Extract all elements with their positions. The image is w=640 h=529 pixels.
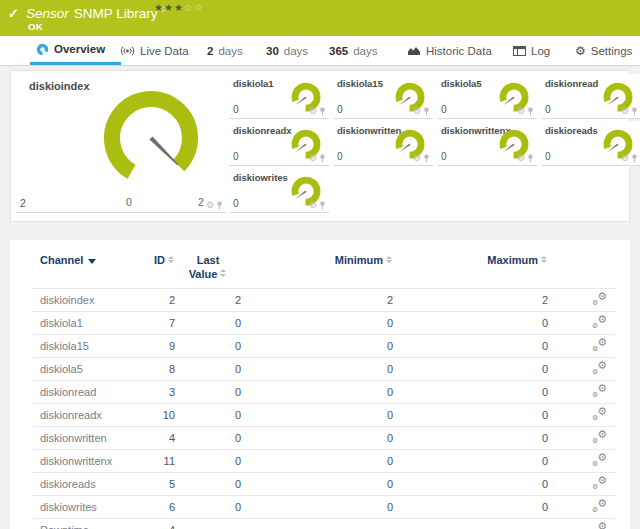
channel-settings-icon[interactable]: ⚙⚙ — [592, 361, 607, 374]
pin-icon[interactable] — [631, 107, 638, 116]
channel-last-value: 0 — [175, 478, 241, 490]
gauge-tile-diskiowrites[interactable]: diskiowrites 0 ⚙ — [229, 168, 329, 213]
tab-overview[interactable]: Overview — [30, 36, 121, 65]
channel-name[interactable]: diskiola15 — [33, 340, 145, 352]
gauge-tile-diskionreadx[interactable]: diskionreadx 0 ⚙ — [229, 121, 329, 166]
gauge-tile-diskioindex[interactable]: diskioindex 2 0 2 ⚙ — [16, 74, 226, 213]
channel-settings-icon[interactable]: ⚙ — [621, 154, 629, 163]
star-filled-icon[interactable]: ★ — [164, 2, 174, 13]
channel-settings-icon[interactable]: ⚙ — [621, 107, 629, 116]
channel-settings-icon[interactable]: ⚙⚙ — [592, 453, 607, 466]
star-empty-icon[interactable]: ☆ — [184, 2, 194, 13]
channel-name[interactable]: diskiola1 — [33, 317, 145, 329]
channel-settings-icon[interactable]: ⚙ — [309, 201, 317, 210]
sensor-title-row: ✓SensorSNMP Library⚐ — [8, 4, 169, 22]
tab-settings-label: Settings — [591, 45, 633, 57]
tab-30-days-number: 30 — [266, 45, 279, 57]
channel-settings-icon[interactable]: ⚙⚙ — [592, 315, 607, 328]
pin-icon[interactable] — [319, 107, 326, 116]
gauge-tile-diskionwrittenx[interactable]: diskionwrittenx 0 ⚙ — [437, 121, 537, 166]
channel-settings-icon[interactable]: ⚙ — [206, 201, 214, 210]
pin-icon[interactable] — [216, 201, 223, 210]
channel-maximum: 0 — [393, 386, 548, 398]
settings-gear-icon: ⚙ — [575, 45, 586, 57]
table-row-diskiola15: diskiola15 9 0 0 0 ⚙⚙ — [33, 334, 615, 357]
gauge-tile-diskionread[interactable]: diskionread 0 ⚙ — [541, 74, 640, 119]
channel-id: 8 — [145, 363, 175, 375]
star-filled-icon[interactable]: ★ — [154, 2, 164, 13]
tab-settings[interactable]: ⚙ Settings — [575, 36, 632, 65]
channel-minimum: 0 — [241, 363, 393, 375]
channel-id: 2 — [145, 294, 175, 306]
gauge-tile-diskionwritten[interactable]: diskionwritten 0 ⚙ — [333, 121, 433, 166]
channel-settings-icon[interactable]: ⚙ — [309, 107, 317, 116]
channel-minimum: 0 — [241, 386, 393, 398]
tab-historic-data[interactable]: Historic Data — [407, 36, 492, 65]
channel-settings-icon[interactable]: ⚙ — [413, 154, 421, 163]
gauge-scale-min: 0 — [126, 196, 132, 208]
tab-historic-data-label: Historic Data — [426, 45, 492, 57]
gauge-current-value: 0 — [233, 151, 239, 162]
pin-icon[interactable] — [319, 201, 326, 210]
channel-settings-icon[interactable]: ⚙ — [517, 107, 525, 116]
channel-name[interactable]: diskiola5 — [33, 363, 145, 375]
channel-settings-icon[interactable]: ⚙ — [413, 107, 421, 116]
channel-minimum: 0 — [241, 340, 393, 352]
channel-settings-icon[interactable]: ⚙⚙ — [592, 522, 607, 529]
table-row-diskiowrites: diskiowrites 6 0 0 0 ⚙⚙ — [33, 495, 615, 518]
channel-name[interactable]: diskionwrittenx — [33, 455, 145, 467]
gauge-tile-diskiola1[interactable]: diskiola1 0 ⚙ — [229, 74, 329, 119]
col-header-minimum[interactable]: Minimum — [241, 254, 393, 266]
channel-last-value: 0 — [175, 455, 241, 467]
channel-name[interactable]: Downtime — [33, 524, 145, 529]
channel-name[interactable]: diskiowrites — [33, 501, 145, 513]
tab-365-days[interactable]: 365 days — [329, 36, 377, 65]
channel-settings-icon[interactable]: ⚙ — [309, 154, 317, 163]
col-header-last-value[interactable]: LastValue — [175, 254, 241, 282]
pin-icon[interactable] — [527, 154, 534, 163]
gauge-tile-diskioreads[interactable]: diskioreads 0 ⚙ — [541, 121, 640, 166]
star-empty-icon[interactable]: ☆ — [194, 2, 204, 13]
channel-settings-icon[interactable]: ⚙⚙ — [592, 407, 607, 420]
channel-name[interactable]: diskioindex — [33, 294, 145, 306]
pin-icon[interactable] — [423, 107, 430, 116]
sensor-header: ✓SensorSNMP Library⚐ ★★★☆☆ OK — [0, 0, 640, 36]
status-badge: OK — [28, 21, 43, 32]
channel-settings-icon[interactable]: ⚙⚙ — [592, 499, 607, 512]
pin-icon[interactable] — [319, 154, 326, 163]
channel-minimum: 0 — [241, 501, 393, 513]
pin-icon[interactable] — [423, 154, 430, 163]
tab-2-days[interactable]: 2 days — [207, 36, 243, 65]
tab-log[interactable]: Log — [513, 36, 550, 65]
channel-settings-icon[interactable]: ⚙ — [517, 154, 525, 163]
pin-icon[interactable] — [631, 154, 638, 163]
tab-365-days-number: 365 — [329, 45, 348, 57]
col-header-maximum[interactable]: Maximum — [393, 254, 548, 266]
col-header-channel[interactable]: Channel — [33, 254, 145, 266]
channel-name[interactable]: diskionwritten — [33, 432, 145, 444]
gauge-label: diskiola5 — [441, 78, 482, 89]
table-row-diskioindex: diskioindex 2 2 2 2 ⚙⚙ — [33, 288, 615, 311]
channel-name[interactable]: diskionreadx — [33, 409, 145, 421]
channel-settings-icon[interactable]: ⚙⚙ — [592, 476, 607, 489]
gauge-label: diskiola15 — [337, 78, 383, 89]
gauge-scale-max: 2 — [198, 196, 204, 208]
channel-name[interactable]: diskioreads — [33, 478, 145, 490]
star-filled-icon[interactable]: ★ — [174, 2, 184, 13]
gauge-label: diskionread — [545, 78, 598, 89]
tab-live-data[interactable]: Live Data — [120, 36, 189, 65]
col-header-id[interactable]: ID — [145, 254, 175, 266]
channel-settings-icon[interactable]: ⚙⚙ — [592, 430, 607, 443]
pin-icon[interactable] — [527, 107, 534, 116]
channel-settings-icon[interactable]: ⚙⚙ — [592, 384, 607, 397]
channel-minimum: 0 — [241, 409, 393, 421]
tab-2-days-number: 2 — [207, 45, 213, 57]
tab-30-days[interactable]: 30 days — [266, 36, 308, 65]
gauge-tile-diskiola5[interactable]: diskiola5 0 ⚙ — [437, 74, 537, 119]
channel-settings-icon[interactable]: ⚙⚙ — [592, 338, 607, 351]
sensor-type-label: Sensor — [26, 6, 69, 21]
channel-name[interactable]: diskionread — [33, 386, 145, 398]
rating-stars[interactable]: ★★★☆☆ — [154, 2, 204, 13]
gauge-tile-diskiola15[interactable]: diskiola15 0 ⚙ — [333, 74, 433, 119]
channel-settings-icon[interactable]: ⚙⚙ — [592, 292, 607, 305]
